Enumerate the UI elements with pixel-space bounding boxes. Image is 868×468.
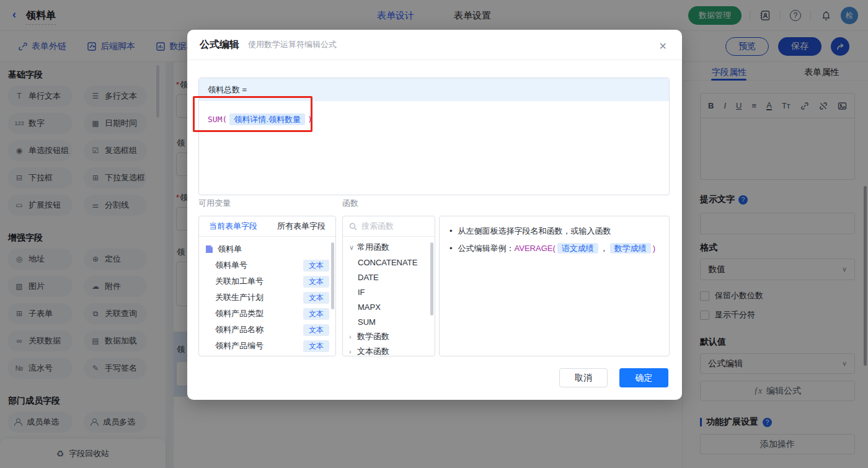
- function-item[interactable]: SUM: [343, 314, 435, 329]
- function-group-math[interactable]: ›数学函数: [343, 329, 435, 344]
- formula-close-paren: ): [308, 115, 312, 124]
- variable-row[interactable]: 关联生产计划文本: [199, 289, 335, 306]
- variable-row[interactable]: 领料单号文本: [199, 257, 335, 273]
- chevron-down-icon: ∨: [349, 244, 357, 252]
- variable-name: 领料单号: [215, 260, 303, 271]
- variable-row[interactable]: 领料产品编号文本: [199, 338, 335, 354]
- cancel-button[interactable]: 取消: [559, 368, 608, 387]
- function-name: IF: [358, 288, 365, 297]
- variable-name: 关联加工单号: [215, 276, 303, 287]
- variable-type-badge: 文本: [303, 292, 329, 304]
- function-group-text[interactable]: ›文本函数: [343, 344, 435, 356]
- help-example-token: 语文成绩: [557, 243, 598, 254]
- help-example-token: 数学成绩: [610, 243, 651, 254]
- help-tip-1-text: 从左侧面板选择字段名和函数，或输入函数: [458, 225, 611, 237]
- help-example-close: ): [653, 244, 655, 253]
- search-icon: [349, 223, 357, 231]
- formula-target: 领料总数 =: [199, 78, 669, 101]
- formula-editor-modal: 公式编辑 使用数学运算符编辑公式 ✕ 领料总数 = SUM(领料详情.领料数量)…: [187, 30, 682, 400]
- function-item[interactable]: IF: [343, 285, 435, 299]
- formula-field-token[interactable]: 领料详情.领料数量: [229, 113, 305, 125]
- variable-name: 领料产品类型: [215, 308, 303, 319]
- variables-form-name: 领料单: [218, 244, 242, 255]
- modal-subtitle: 使用数学运算符编辑公式: [248, 39, 337, 50]
- variable-type-badge: 文本: [303, 340, 329, 352]
- function-name: MAPX: [358, 302, 381, 312]
- close-icon[interactable]: ✕: [659, 40, 667, 52]
- variable-type-badge: 文本: [303, 324, 329, 336]
- formula-input-area[interactable]: 领料总数 = SUM(领料详情.领料数量): [198, 77, 670, 195]
- formula-help-panel: • 从左侧面板选择字段名和函数，或输入函数 • 公式编辑举例：AVERAGE(语…: [439, 216, 670, 356]
- help-tip-2: • 公式编辑举例：AVERAGE(语文成绩，数学成绩): [450, 242, 659, 254]
- variable-type-badge: 文本: [303, 260, 329, 272]
- function-item[interactable]: DATE: [343, 270, 435, 285]
- help-example-comma: ，: [600, 244, 608, 253]
- modal-title: 公式编辑: [200, 38, 239, 51]
- variable-row[interactable]: 关联加工单号文本: [199, 273, 335, 289]
- help-tip-1: • 从左侧面板选择字段名和函数，或输入函数: [450, 225, 659, 237]
- function-item[interactable]: MAPX: [343, 299, 435, 314]
- confirm-button[interactable]: 确定: [619, 368, 668, 387]
- variables-label: 可用变量: [198, 198, 231, 209]
- variables-scrollbar[interactable]: [331, 242, 334, 309]
- functions-tree: ∨常用函数 CONCATENATE DATE IF MAPX SUM ›数学函数…: [343, 237, 435, 356]
- variable-name: 领料产品名称: [215, 324, 303, 335]
- app-root: ‹ 领料单 表单设计 表单设置 数据管理 ?: [0, 0, 868, 468]
- variable-type-badge: 文本: [303, 276, 329, 288]
- function-name: DATE: [358, 273, 379, 282]
- variable-name: 领料产品编号: [215, 340, 303, 351]
- variable-name: 关联生产计划: [215, 292, 303, 303]
- function-group-label: 文本函数: [357, 346, 389, 356]
- variables-tree: 领料单 领料单号文本 关联加工单号文本 关联生产计划文本 领料产品类型文本 领料…: [199, 237, 335, 354]
- bullet-icon: •: [450, 225, 453, 237]
- variables-form-node[interactable]: 领料单: [199, 241, 335, 257]
- functions-panel: 搜索函数 ∨常用函数 CONCATENATE DATE IF MAPX SUM …: [342, 216, 435, 356]
- functions-scrollbar[interactable]: [430, 242, 433, 316]
- function-item[interactable]: CONCATENATE: [343, 255, 435, 270]
- functions-label: 函数: [342, 198, 358, 209]
- variables-panel: 当前表单字段 所有表单字段 领料单 领料单号文本 关联加工单号文本 关联生产计划…: [198, 216, 336, 356]
- help-tip-2-text: 公式编辑举例：AVERAGE(语文成绩，数学成绩): [458, 242, 656, 254]
- tab-all-form-fields[interactable]: 所有表单字段: [267, 216, 335, 236]
- formula-function-name: SUM(: [208, 115, 227, 124]
- help-example-function: AVERAGE(: [515, 244, 556, 253]
- variables-tabs: 当前表单字段 所有表单字段: [199, 216, 335, 237]
- function-name: CONCATENATE: [358, 258, 417, 267]
- tab-current-form-fields[interactable]: 当前表单字段: [199, 216, 267, 236]
- variable-row[interactable]: 领料产品类型文本: [199, 306, 335, 322]
- function-search[interactable]: 搜索函数: [343, 216, 435, 237]
- bullet-icon: •: [450, 242, 453, 254]
- form-doc-icon: [205, 245, 213, 254]
- function-group-label: 数学函数: [357, 331, 389, 342]
- function-name: SUM: [358, 317, 376, 327]
- chevron-right-icon: ›: [349, 333, 357, 340]
- function-group-common[interactable]: ∨常用函数: [343, 240, 435, 255]
- chevron-right-icon: ›: [349, 348, 357, 355]
- variable-type-badge: 文本: [303, 308, 329, 320]
- variable-row[interactable]: 领料产品名称文本: [199, 322, 335, 338]
- function-search-placeholder: 搜索函数: [361, 221, 394, 232]
- formula-expression[interactable]: SUM(领料详情.领料数量): [199, 101, 669, 138]
- function-group-label: 常用函数: [357, 242, 389, 253]
- help-example-prefix: 公式编辑举例：: [458, 244, 515, 253]
- modal-header: 公式编辑 使用数学运算符编辑公式: [187, 30, 682, 60]
